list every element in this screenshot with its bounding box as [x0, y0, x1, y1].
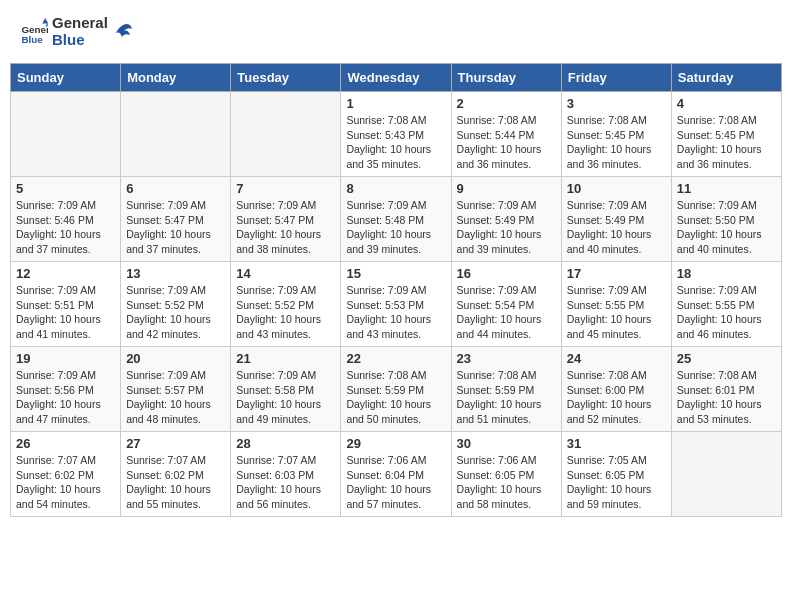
day-info: Sunrise: 7:05 AM Sunset: 6:05 PM Dayligh… — [567, 453, 666, 512]
day-info: Sunrise: 7:08 AM Sunset: 6:01 PM Dayligh… — [677, 368, 776, 427]
logo: General Blue General Blue — [20, 15, 134, 48]
day-cell: 2Sunrise: 7:08 AM Sunset: 5:44 PM Daylig… — [451, 92, 561, 177]
day-cell — [671, 432, 781, 517]
header-row: SundayMondayTuesdayWednesdayThursdayFrid… — [11, 64, 782, 92]
day-cell: 28Sunrise: 7:07 AM Sunset: 6:03 PM Dayli… — [231, 432, 341, 517]
day-number: 11 — [677, 181, 776, 196]
day-info: Sunrise: 7:09 AM Sunset: 5:55 PM Dayligh… — [567, 283, 666, 342]
day-info: Sunrise: 7:08 AM Sunset: 5:45 PM Dayligh… — [567, 113, 666, 172]
day-info: Sunrise: 7:09 AM Sunset: 5:49 PM Dayligh… — [567, 198, 666, 257]
day-cell: 25Sunrise: 7:08 AM Sunset: 6:01 PM Dayli… — [671, 347, 781, 432]
day-number: 12 — [16, 266, 115, 281]
logo-general: General — [52, 14, 108, 31]
day-number: 16 — [457, 266, 556, 281]
day-number: 29 — [346, 436, 445, 451]
header: General Blue General Blue — [10, 10, 782, 53]
day-number: 28 — [236, 436, 335, 451]
day-number: 14 — [236, 266, 335, 281]
header-thursday: Thursday — [451, 64, 561, 92]
day-cell: 19Sunrise: 7:09 AM Sunset: 5:56 PM Dayli… — [11, 347, 121, 432]
header-friday: Friday — [561, 64, 671, 92]
logo-blue: Blue — [52, 31, 85, 48]
day-info: Sunrise: 7:09 AM Sunset: 5:48 PM Dayligh… — [346, 198, 445, 257]
day-info: Sunrise: 7:09 AM Sunset: 5:58 PM Dayligh… — [236, 368, 335, 427]
day-cell: 29Sunrise: 7:06 AM Sunset: 6:04 PM Dayli… — [341, 432, 451, 517]
day-cell: 31Sunrise: 7:05 AM Sunset: 6:05 PM Dayli… — [561, 432, 671, 517]
day-cell — [121, 92, 231, 177]
day-cell: 23Sunrise: 7:08 AM Sunset: 5:59 PM Dayli… — [451, 347, 561, 432]
day-cell: 13Sunrise: 7:09 AM Sunset: 5:52 PM Dayli… — [121, 262, 231, 347]
day-cell: 21Sunrise: 7:09 AM Sunset: 5:58 PM Dayli… — [231, 347, 341, 432]
day-info: Sunrise: 7:09 AM Sunset: 5:51 PM Dayligh… — [16, 283, 115, 342]
day-cell: 24Sunrise: 7:08 AM Sunset: 6:00 PM Dayli… — [561, 347, 671, 432]
day-number: 23 — [457, 351, 556, 366]
day-number: 21 — [236, 351, 335, 366]
day-cell: 15Sunrise: 7:09 AM Sunset: 5:53 PM Dayli… — [341, 262, 451, 347]
day-cell: 20Sunrise: 7:09 AM Sunset: 5:57 PM Dayli… — [121, 347, 231, 432]
day-number: 9 — [457, 181, 556, 196]
day-cell: 27Sunrise: 7:07 AM Sunset: 6:02 PM Dayli… — [121, 432, 231, 517]
day-number: 30 — [457, 436, 556, 451]
day-number: 15 — [346, 266, 445, 281]
header-monday: Monday — [121, 64, 231, 92]
day-cell: 6Sunrise: 7:09 AM Sunset: 5:47 PM Daylig… — [121, 177, 231, 262]
header-tuesday: Tuesday — [231, 64, 341, 92]
day-number: 26 — [16, 436, 115, 451]
logo-icon: General Blue — [20, 18, 48, 46]
day-cell: 12Sunrise: 7:09 AM Sunset: 5:51 PM Dayli… — [11, 262, 121, 347]
day-info: Sunrise: 7:09 AM Sunset: 5:55 PM Dayligh… — [677, 283, 776, 342]
header-sunday: Sunday — [11, 64, 121, 92]
day-info: Sunrise: 7:06 AM Sunset: 6:04 PM Dayligh… — [346, 453, 445, 512]
day-cell: 18Sunrise: 7:09 AM Sunset: 5:55 PM Dayli… — [671, 262, 781, 347]
day-number: 31 — [567, 436, 666, 451]
day-cell: 17Sunrise: 7:09 AM Sunset: 5:55 PM Dayli… — [561, 262, 671, 347]
week-row-1: 1Sunrise: 7:08 AM Sunset: 5:43 PM Daylig… — [11, 92, 782, 177]
day-number: 17 — [567, 266, 666, 281]
calendar-table: SundayMondayTuesdayWednesdayThursdayFrid… — [10, 63, 782, 517]
day-number: 7 — [236, 181, 335, 196]
day-cell: 1Sunrise: 7:08 AM Sunset: 5:43 PM Daylig… — [341, 92, 451, 177]
day-info: Sunrise: 7:07 AM Sunset: 6:02 PM Dayligh… — [126, 453, 225, 512]
day-info: Sunrise: 7:08 AM Sunset: 5:43 PM Dayligh… — [346, 113, 445, 172]
day-info: Sunrise: 7:09 AM Sunset: 5:52 PM Dayligh… — [236, 283, 335, 342]
day-number: 1 — [346, 96, 445, 111]
day-cell: 4Sunrise: 7:08 AM Sunset: 5:45 PM Daylig… — [671, 92, 781, 177]
day-cell — [231, 92, 341, 177]
day-cell: 30Sunrise: 7:06 AM Sunset: 6:05 PM Dayli… — [451, 432, 561, 517]
day-info: Sunrise: 7:07 AM Sunset: 6:03 PM Dayligh… — [236, 453, 335, 512]
day-cell: 10Sunrise: 7:09 AM Sunset: 5:49 PM Dayli… — [561, 177, 671, 262]
day-cell — [11, 92, 121, 177]
day-info: Sunrise: 7:09 AM Sunset: 5:47 PM Dayligh… — [236, 198, 335, 257]
day-info: Sunrise: 7:06 AM Sunset: 6:05 PM Dayligh… — [457, 453, 556, 512]
header-wednesday: Wednesday — [341, 64, 451, 92]
day-number: 20 — [126, 351, 225, 366]
day-info: Sunrise: 7:09 AM Sunset: 5:49 PM Dayligh… — [457, 198, 556, 257]
day-info: Sunrise: 7:08 AM Sunset: 5:59 PM Dayligh… — [346, 368, 445, 427]
day-number: 13 — [126, 266, 225, 281]
day-number: 8 — [346, 181, 445, 196]
day-number: 5 — [16, 181, 115, 196]
day-number: 27 — [126, 436, 225, 451]
header-saturday: Saturday — [671, 64, 781, 92]
day-info: Sunrise: 7:09 AM Sunset: 5:50 PM Dayligh… — [677, 198, 776, 257]
day-number: 18 — [677, 266, 776, 281]
day-info: Sunrise: 7:09 AM Sunset: 5:54 PM Dayligh… — [457, 283, 556, 342]
day-cell: 5Sunrise: 7:09 AM Sunset: 5:46 PM Daylig… — [11, 177, 121, 262]
day-cell: 3Sunrise: 7:08 AM Sunset: 5:45 PM Daylig… — [561, 92, 671, 177]
day-cell: 8Sunrise: 7:09 AM Sunset: 5:48 PM Daylig… — [341, 177, 451, 262]
day-number: 4 — [677, 96, 776, 111]
day-cell: 7Sunrise: 7:09 AM Sunset: 5:47 PM Daylig… — [231, 177, 341, 262]
day-info: Sunrise: 7:08 AM Sunset: 6:00 PM Dayligh… — [567, 368, 666, 427]
day-number: 3 — [567, 96, 666, 111]
day-info: Sunrise: 7:09 AM Sunset: 5:47 PM Dayligh… — [126, 198, 225, 257]
day-info: Sunrise: 7:09 AM Sunset: 5:53 PM Dayligh… — [346, 283, 445, 342]
day-cell: 14Sunrise: 7:09 AM Sunset: 5:52 PM Dayli… — [231, 262, 341, 347]
day-info: Sunrise: 7:09 AM Sunset: 5:57 PM Dayligh… — [126, 368, 225, 427]
day-info: Sunrise: 7:08 AM Sunset: 5:45 PM Dayligh… — [677, 113, 776, 172]
day-number: 10 — [567, 181, 666, 196]
day-cell: 16Sunrise: 7:09 AM Sunset: 5:54 PM Dayli… — [451, 262, 561, 347]
day-number: 25 — [677, 351, 776, 366]
week-row-3: 12Sunrise: 7:09 AM Sunset: 5:51 PM Dayli… — [11, 262, 782, 347]
day-info: Sunrise: 7:07 AM Sunset: 6:02 PM Dayligh… — [16, 453, 115, 512]
week-row-2: 5Sunrise: 7:09 AM Sunset: 5:46 PM Daylig… — [11, 177, 782, 262]
